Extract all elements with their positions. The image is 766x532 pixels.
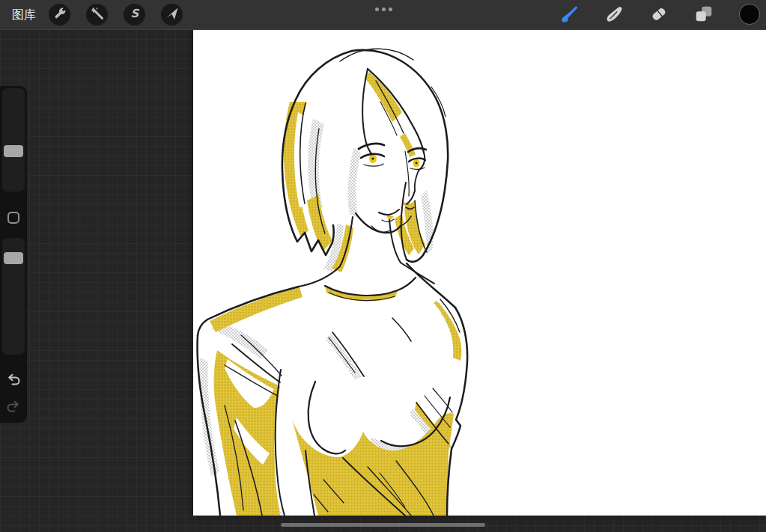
figure-yellow-shading — [210, 72, 461, 516]
eraser-icon — [649, 4, 669, 26]
magic-wand-icon — [90, 6, 105, 23]
smudge-tool-button[interactable] — [603, 4, 625, 26]
sidebar-controls — [0, 86, 27, 423]
transform-button[interactable] — [161, 4, 183, 25]
opacity-handle[interactable] — [4, 252, 23, 264]
eraser-tool-button[interactable] — [648, 4, 670, 26]
redo-button[interactable] — [3, 399, 24, 417]
selection-s-icon: S — [127, 6, 142, 23]
modify-button[interactable] — [7, 212, 19, 224]
drawing-canvas[interactable] — [193, 30, 766, 516]
undo-button[interactable] — [3, 372, 24, 390]
adjustments-button[interactable] — [86, 4, 108, 25]
canvas-options-button[interactable] — [370, 1, 397, 16]
brush-size-slider[interactable] — [2, 88, 25, 192]
svg-text:S: S — [130, 7, 139, 20]
transform-arrow-icon — [165, 6, 180, 23]
wrench-icon — [52, 6, 67, 23]
actions-button[interactable] — [49, 4, 70, 25]
layers-icon — [694, 4, 714, 26]
artwork-portrait — [193, 30, 766, 516]
home-indicator[interactable] — [281, 523, 485, 527]
layers-button[interactable] — [693, 4, 715, 26]
paint-brush-icon — [559, 4, 579, 26]
gallery-button[interactable]: 图库 — [12, 0, 36, 30]
undo-arrow-icon — [5, 373, 22, 390]
smudge-icon — [604, 4, 624, 26]
selection-button[interactable]: S — [124, 4, 145, 25]
top-toolbar: 图库 — [0, 0, 766, 30]
redo-arrow-icon — [5, 400, 22, 417]
color-button[interactable] — [738, 4, 761, 26]
brush-size-handle[interactable] — [4, 145, 23, 157]
color-swatch — [738, 3, 761, 28]
ellipsis-icon — [375, 7, 379, 11]
opacity-slider[interactable] — [2, 238, 25, 355]
brush-tool-button[interactable] — [558, 4, 580, 26]
